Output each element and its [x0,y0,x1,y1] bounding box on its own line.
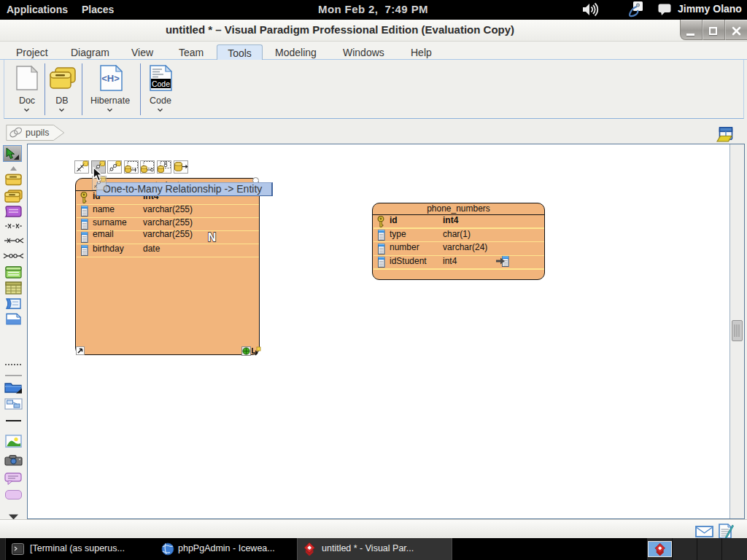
svg-text:<H>: <H> [101,73,120,84]
svg-text:N: N [208,231,217,244]
svg-text:Code: Code [152,79,170,88]
svg-text:pupils: pupils [26,128,49,138]
